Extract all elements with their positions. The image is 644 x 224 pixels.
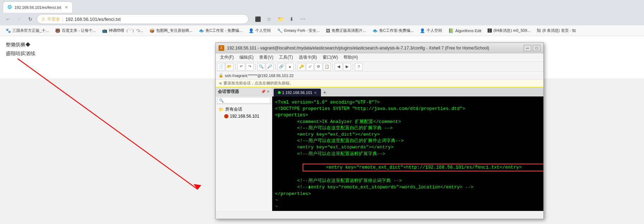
bookmark-baidu[interactable]: 🐻百度文库 - 让每个... (52, 26, 99, 35)
separator: | (62, 17, 63, 22)
warning-text: 不安全 (47, 16, 60, 22)
session-panel-header: 会话管理器 📌 ✕ (216, 87, 272, 96)
menu-edit[interactable]: 编辑(E) (237, 53, 256, 62)
xshell-maximize-btn[interactable]: □ (533, 45, 541, 51)
terminal-line-6: <!--用户可以在这里配置自己的扩展停止词字典--> (275, 138, 541, 144)
terminal-line-11: <!--▮entry key="remote_ext_stopwords">wo… (275, 184, 541, 190)
bookmark-icon-7: 🔧 (277, 28, 282, 33)
menu-tools[interactable]: 工具(T) (276, 53, 296, 62)
menu-tabs[interactable]: 选项卡(B) (296, 53, 320, 62)
terminal-line-7: <entry key="ext_stopwords"></entry> (275, 144, 541, 151)
tool-connect[interactable]: 🔗 (278, 63, 285, 71)
tool-sep-2 (255, 64, 256, 70)
bookmark-fishc2[interactable]: 🐟鱼C工作室-免费编... (370, 26, 417, 35)
xshell-tabs-area: 1 192.168.56.101 ✕ + <?xml version="1.0"… (272, 87, 543, 211)
ssh-icon: 🔒 (219, 73, 223, 78)
bookmark-baotu[interactable]: 📦包图网_专注原创商... (147, 26, 195, 35)
forward-icon: → (17, 16, 22, 22)
bookmark-personal2[interactable]: 👤个人空间 (417, 26, 445, 35)
tool-keys[interactable]: 🔑 (298, 63, 305, 71)
session-tree: 📁 所有会话 192.168.56.101 (216, 104, 272, 211)
terminal-line-14: ~ (275, 204, 541, 210)
terminal-line-13: ~ (275, 197, 541, 204)
terminal[interactable]: <?xml version="1.0" encoding="UTF-8"?> <… (272, 96, 543, 211)
menu-view[interactable]: 查看(V) (256, 53, 276, 62)
terminal-line-3: <comment>IK Analyzer 扩展配置</comment> (275, 119, 541, 125)
xshell-menubar: 文件(F) 编辑(E) 查看(V) 工具(T) 选项卡(B) 窗口(W) 帮助(… (216, 53, 543, 62)
tab-close-btn[interactable]: ✕ (65, 5, 68, 10)
bookmark-sanguosha[interactable]: 🐾三国杀官方正版_十... (3, 26, 52, 35)
bookmark-csdn1[interactable]: 🅲(84条消息) m0_509... (485, 26, 533, 35)
tool-new[interactable]: 📄 (217, 63, 225, 71)
bookmark-icon-8: 🖼 (326, 28, 330, 33)
tabs-bar: 🌐 192.168.56.101/es/fenci.txt ✕ (0, 0, 644, 13)
add-tab-button[interactable]: + (321, 89, 329, 96)
menu-help[interactable]: 帮助(H) (341, 53, 361, 62)
tool-nav-right[interactable]: ▶ (343, 63, 351, 71)
tab-label: 192.168.56.101/es/fenci.txt (14, 5, 61, 10)
panel-close-icon[interactable]: ✕ (267, 89, 270, 94)
browser-tab-active[interactable]: 🌐 192.168.56.101/es/fenci.txt ✕ (3, 1, 73, 13)
extensions-btn[interactable]: ⬛ (253, 14, 263, 24)
warning-icon: ⚠ (41, 17, 45, 22)
session-search-input[interactable] (217, 97, 270, 104)
terminal-line-2: <properties> (275, 112, 541, 118)
algorithms-bookmark-label: Algorithms Edit (455, 29, 481, 33)
tool-nav-left[interactable]: ◀ (335, 63, 342, 71)
tool-redo[interactable]: ↷ (246, 63, 254, 71)
ssh-user-text: ssh://vagrant:******@192.168.56.101:22 (225, 73, 294, 78)
session-all-label: 所有会话 (225, 106, 242, 112)
tool-zoom-in[interactable]: 🔍 (257, 63, 265, 71)
bookmark-algorithms[interactable]: 📗Algorithms Edit (446, 26, 484, 35)
tab-status-dot (278, 91, 281, 94)
terminal-line-5: <entry key="ext_dict"></entry> (275, 131, 541, 138)
session-all-item[interactable]: 📁 所有会话 (217, 106, 270, 113)
xshell-title: 192.168.56.101 - vagrant@localhost:/myda… (227, 46, 524, 51)
bookmark-personal[interactable]: 👤个人空间 (246, 26, 274, 35)
address-text: 192.168.56.101/es/fenci.txt (65, 17, 120, 22)
tool-open[interactable]: 📂 (226, 63, 233, 71)
bookmark-zhihu[interactable]: 知(8 条消息) 首页 - 知 (534, 26, 579, 35)
browser-chrome: 🌐 192.168.56.101/es/fenci.txt ✕ ← → ↻ ⚠ … (0, 0, 644, 36)
address-bar[interactable]: ⚠ 不安全 | 192.168.56.101/es/fenci.txt (37, 14, 249, 24)
collections-btn[interactable]: 📁 (275, 14, 285, 24)
session-server-item[interactable]: 192.168.56.101 (217, 113, 270, 119)
reload-button[interactable]: ↻ (25, 14, 35, 24)
tool-undo[interactable]: ↶ (237, 63, 245, 71)
xshell-window: X 192.168.56.101 - vagrant@localhost:/my… (215, 42, 544, 219)
menu-file[interactable]: 文件(F) (217, 53, 237, 62)
browser-toolbar: ← → ↻ ⚠ 不安全 | 192.168.56.101/es/fenci.tx… (0, 13, 644, 25)
back-button[interactable]: ← (3, 14, 13, 24)
bookmark-greasy[interactable]: 🔧Greasy Fork - 安全... (274, 26, 322, 35)
bookmark-bilibili[interactable]: 📺神调哔哩（`·´）つ... (99, 26, 146, 35)
folder-icon: 📁 (219, 107, 224, 112)
notif-text: 要添加当前会话，点击左侧的箭头按钮。 (223, 81, 293, 86)
favorites-btn[interactable]: ☆ (264, 14, 274, 24)
xshell-tab-1[interactable]: 1 192.168.56.101 ✕ (274, 89, 321, 96)
forward-button[interactable]: → (14, 14, 24, 24)
tool-help[interactable]: ? (355, 63, 363, 71)
bookmark-icon-11: 📗 (448, 28, 454, 33)
terminal-line-12: </properties> (275, 191, 541, 197)
tool-settings[interactable]: ⚙ (315, 63, 322, 71)
tool-expand[interactable]: ⤢ (306, 63, 314, 71)
terminal-line-10: <!--用户可以在这里配置远程扩展停止词字典 --> (275, 178, 541, 184)
tab-favicon: 🌐 (7, 5, 12, 10)
xshell-minimize-btn[interactable]: ─ (524, 45, 531, 51)
tool-copy[interactable]: 📋 (323, 63, 331, 71)
xshell-app-icon: X (219, 45, 224, 51)
highlighted-line: <entry key="remote_ext_dict">http://192.… (303, 164, 543, 171)
bookmark-fishc[interactable]: 🐟鱼C工作室 - 免费编... (196, 26, 245, 35)
tool-bullet[interactable]: ● (286, 63, 294, 71)
tool-zoom-out[interactable]: 🔎 (266, 63, 274, 71)
session-panel-controls: 📌 ✕ (261, 89, 270, 94)
xshell-controls: ─ □ (524, 45, 541, 51)
tab-close-icon[interactable]: ✕ (314, 91, 317, 95)
xshell-titlebar: X 192.168.56.101 - vagrant@localhost:/my… (216, 43, 543, 53)
menu-btn[interactable]: ⋯ (298, 14, 308, 24)
bookmark-icon-12: 🅲 (488, 28, 492, 33)
download-btn[interactable]: ⬇ (287, 14, 297, 24)
menu-window[interactable]: 窗口(W) (320, 53, 341, 62)
bookmark-pics[interactable]: 🖼免费正版高清图片... (323, 26, 369, 35)
panel-pin-icon[interactable]: 📌 (261, 89, 266, 94)
